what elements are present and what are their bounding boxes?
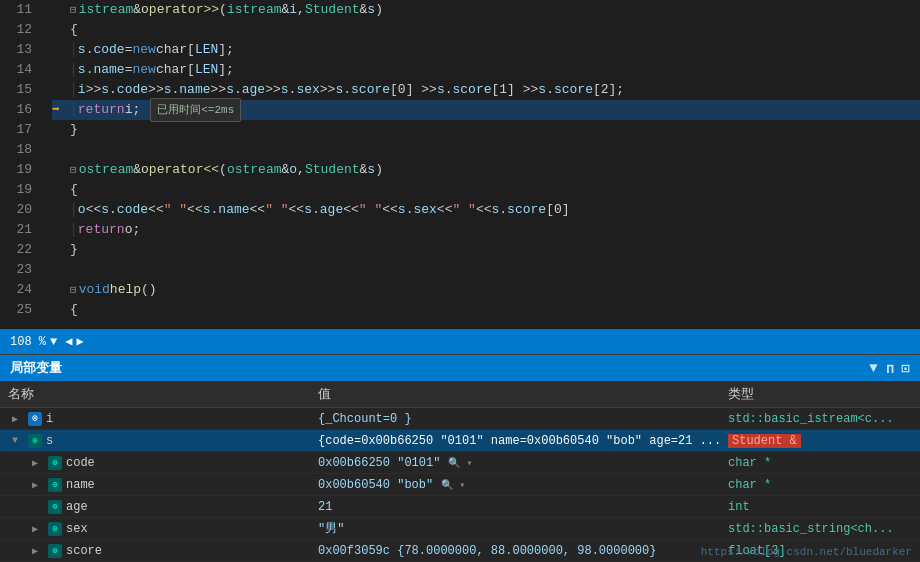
- code-token: &: [281, 0, 289, 20]
- var-value: 0x00f3059c {78.0000000, 88.0000000, 98.0…: [318, 544, 656, 558]
- vars-col-type: 类型: [720, 383, 920, 405]
- code-token: <<: [343, 200, 359, 220]
- code-token: <<: [289, 200, 305, 220]
- code-line: {: [52, 180, 920, 200]
- expand-icon[interactable]: ▶: [32, 479, 44, 491]
- code-token: <<: [437, 200, 453, 220]
- code-token: LEN: [195, 60, 218, 80]
- code-token: .: [406, 200, 414, 220]
- scroll-left-icon[interactable]: ◀: [65, 334, 72, 349]
- code-token: score: [507, 200, 546, 220]
- search-arrow-icon[interactable]: ▾: [459, 479, 465, 491]
- vars-name-cell: ▶⊙name: [0, 477, 310, 493]
- code-token: age: [320, 200, 343, 220]
- vars-row[interactable]: ▶⊙sex"男"std::basic_string<ch...: [0, 518, 920, 540]
- code-token: =: [125, 40, 133, 60]
- vars-row[interactable]: ⊙age21int: [0, 496, 920, 518]
- code-line: }: [52, 120, 920, 140]
- fold-icon[interactable]: ⊟: [70, 280, 77, 300]
- var-icon: ⊙: [48, 478, 62, 492]
- vars-row[interactable]: ▼⊙s{code=0x00b66250 "0101" name=0x00b605…: [0, 430, 920, 452]
- vars-row[interactable]: ▶⊙code0x00b66250 "0101" 🔍▾char *: [0, 452, 920, 474]
- vars-row[interactable]: ▶⊙i{_Chcount=0 }std::basic_istream<c...: [0, 408, 920, 430]
- expand-icon[interactable]: ▶: [12, 413, 24, 425]
- code-token: <<: [187, 200, 203, 220]
- indent: │: [70, 80, 78, 100]
- var-type: std::basic_istream<c...: [728, 412, 894, 426]
- code-token: s: [101, 80, 109, 100]
- zoom-dropdown-icon[interactable]: ▼: [50, 335, 57, 349]
- expand-icon[interactable]: ▼: [12, 435, 24, 446]
- code-token: s: [491, 200, 499, 220]
- code-token: return: [78, 220, 125, 240]
- vars-row[interactable]: ▶⊙name0x00b60540 "bob" 🔍▾char *: [0, 474, 920, 496]
- vars-name-cell: ▶⊙i: [0, 411, 310, 427]
- vars-value-cell: 0x00f3059c {78.0000000, 88.0000000, 98.0…: [310, 543, 720, 559]
- code-token: o;: [125, 220, 141, 240]
- code-token: s: [398, 200, 406, 220]
- var-type: std::basic_string<ch...: [728, 522, 894, 536]
- fold-icon[interactable]: ⊟: [70, 0, 77, 20]
- code-token: ];: [218, 40, 234, 60]
- code-line: [52, 260, 920, 280]
- code-token: }: [70, 240, 78, 260]
- code-token: >>: [265, 80, 281, 100]
- vars-pin-icon[interactable]: ᴨ: [886, 360, 894, 377]
- vars-panel-header: 局部变量 ▼ ᴨ ⊡: [0, 355, 920, 381]
- code-token: operator<<: [141, 160, 219, 180]
- code-token: .: [234, 80, 242, 100]
- code-token: age: [242, 80, 265, 100]
- arrow-indicator: ➡: [52, 100, 66, 120]
- code-token: " ": [359, 200, 382, 220]
- code-line: │ s.code = new char[LEN];: [52, 40, 920, 60]
- vars-collapse-icon[interactable]: ▼: [869, 360, 877, 377]
- code-token: ): [375, 160, 383, 180]
- search-icon[interactable]: 🔍: [448, 457, 460, 469]
- code-token: (: [219, 160, 227, 180]
- watermark: https://blog.csdn.net/bluedarker: [701, 546, 912, 558]
- status-bar: 108 % ▼ ◀ ▶: [0, 329, 920, 354]
- code-token: [1] >>: [492, 80, 539, 100]
- vars-dock-icon[interactable]: ⊡: [902, 360, 910, 377]
- vars-type-cell: std::basic_string<ch...: [720, 521, 920, 537]
- indent: │: [70, 40, 78, 60]
- code-token: " ": [452, 200, 475, 220]
- vars-name-cell: ⊙age: [0, 499, 310, 515]
- code-token: ,: [297, 0, 305, 20]
- code-token: void: [79, 280, 110, 300]
- code-token: .: [172, 80, 180, 100]
- code-token: [0] >>: [390, 80, 437, 100]
- zoom-control[interactable]: 108 % ▼: [10, 335, 57, 349]
- code-token: <<: [382, 200, 398, 220]
- indent: │: [70, 200, 78, 220]
- var-value: 21: [318, 500, 332, 514]
- code-line: │ i >> s.code >> s.name >> s.age >> s.se…: [52, 80, 920, 100]
- var-value: 0x00b66250 "0101": [318, 456, 440, 470]
- expand-icon[interactable]: ▶: [32, 457, 44, 469]
- code-token: sex: [296, 80, 319, 100]
- search-icon[interactable]: 🔍: [441, 479, 453, 491]
- fold-icon[interactable]: ⊟: [70, 160, 77, 180]
- code-line: }: [52, 240, 920, 260]
- vars-value-cell: 0x00b66250 "0101" 🔍▾: [310, 455, 720, 471]
- code-token: (: [219, 0, 227, 20]
- expand-icon[interactable]: ▶: [32, 545, 44, 557]
- vars-panel: 局部变量 ▼ ᴨ ⊡ 名称 值 类型 ▶⊙i{_Chcount=0 }std::…: [0, 354, 920, 562]
- code-token: s: [335, 80, 343, 100]
- code-token: new: [132, 40, 155, 60]
- code-token: ostream: [227, 160, 282, 180]
- code-token: {: [70, 300, 78, 320]
- scroll-right-icon[interactable]: ▶: [76, 334, 83, 349]
- code-token: name: [179, 80, 210, 100]
- line-number: 16: [12, 100, 40, 120]
- line-number: 19: [12, 180, 40, 200]
- search-arrow-icon[interactable]: ▾: [466, 457, 472, 469]
- code-lines: ⊟istream & operator>>(istream & i, Stude…: [48, 0, 920, 329]
- line-number: 15: [12, 80, 40, 100]
- code-token: score: [351, 80, 390, 100]
- code-token: ostream: [79, 160, 134, 180]
- expand-icon[interactable]: ▶: [32, 523, 44, 535]
- code-token: help: [110, 280, 141, 300]
- code-token: .: [312, 200, 320, 220]
- code-token: i: [78, 80, 86, 100]
